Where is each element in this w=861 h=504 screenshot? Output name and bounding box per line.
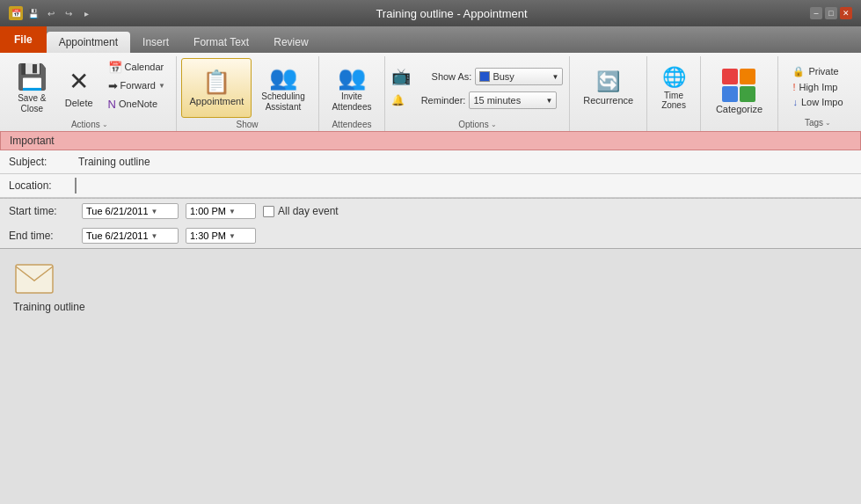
scheduling-assistant-button[interactable]: 👥 SchedulingAssistant xyxy=(253,58,312,118)
redo-btn[interactable]: ↪ xyxy=(62,6,76,20)
category-colors xyxy=(722,69,755,102)
appointment-button[interactable]: 📋 Appointment xyxy=(181,58,252,118)
svg-rect-0 xyxy=(16,265,53,293)
body-area[interactable]: Training outline xyxy=(0,248,861,504)
recurrence-group: 🔄 Recurrence xyxy=(570,56,647,131)
actions-footer: Actions ⌄ xyxy=(9,120,171,131)
cat-orange xyxy=(740,69,755,84)
subject-input[interactable] xyxy=(75,154,852,170)
show-footer: Show xyxy=(182,120,313,131)
end-time-row: End time: Tue 6/21/2011 ▼ 1:30 PM ▼ xyxy=(0,223,861,248)
cat-blue xyxy=(722,86,738,102)
categorize-group: Categorize xyxy=(701,56,778,131)
title-bar: 📅 💾 ↩ ↪ ▸ Training outline - Appointment… xyxy=(0,0,861,26)
minimize-btn[interactable]: – xyxy=(810,7,822,19)
show-as-arrow: ▼ xyxy=(551,73,558,81)
save-icon: 💾 xyxy=(17,62,47,91)
appointment-icon: 📋 xyxy=(202,69,230,96)
high-importance-button[interactable]: ! High Imp xyxy=(790,81,845,93)
restore-btn[interactable]: □ xyxy=(825,7,837,19)
private-button[interactable]: 🔒 Private xyxy=(790,65,845,78)
actions-expand[interactable]: ⌄ xyxy=(102,121,108,128)
timezones-icon: 🌐 xyxy=(662,66,686,89)
undo-btn[interactable]: ↩ xyxy=(44,6,58,20)
lock-icon: 🔒 xyxy=(792,66,805,77)
actions-group: 💾 Save &Close ✕ Delete 📅 Calendar ➡ Forw… xyxy=(4,56,177,131)
invite-icon: 👥 xyxy=(338,64,366,91)
forward-icon: ➡ xyxy=(108,79,118,92)
delete-button[interactable]: ✕ Delete xyxy=(57,58,101,118)
start-date-arrow: ▼ xyxy=(151,208,158,215)
time-zones-button[interactable]: 🌐 TimeZones xyxy=(653,58,695,118)
end-date-arrow: ▼ xyxy=(151,232,158,240)
save-close-button[interactable]: 💾 Save &Close xyxy=(9,58,55,118)
options-expand[interactable]: ⌄ xyxy=(491,121,497,128)
cat-green xyxy=(740,86,755,102)
ribbon: 💾 Save &Close ✕ Delete 📅 Calendar ➡ Forw… xyxy=(0,53,861,131)
end-time-picker[interactable]: 1:30 PM ▼ xyxy=(186,228,256,244)
subject-label: Subject: xyxy=(9,156,75,168)
window-controls: – □ ✕ xyxy=(810,7,852,19)
subject-row: Subject: xyxy=(0,150,861,174)
tags-expand[interactable]: ⌄ xyxy=(825,119,831,127)
end-date-picker[interactable]: Tue 6/21/2011 ▼ xyxy=(82,228,179,244)
show-as-icon: 📺 xyxy=(391,67,411,86)
delete-icon: ✕ xyxy=(69,67,89,96)
ribbon-tab-bar: File Appointment Insert Format Text Revi… xyxy=(0,26,861,53)
show-as-row: 📺 Show As: Busy ▼ xyxy=(391,67,563,86)
calendar-button[interactable]: 📅 Calendar xyxy=(103,58,171,76)
end-time-label: End time: xyxy=(9,230,75,242)
location-label: Location: xyxy=(9,179,75,192)
start-time-picker[interactable]: 1:00 PM ▼ xyxy=(186,203,256,219)
onenote-icon: N xyxy=(108,98,116,111)
tab-file[interactable]: File xyxy=(0,26,47,53)
save-quick-btn[interactable]: 💾 xyxy=(26,6,40,20)
start-time-arrow: ▼ xyxy=(229,208,236,215)
start-date-picker[interactable]: Tue 6/21/2011 ▼ xyxy=(82,203,179,219)
app-icon: 📅 xyxy=(9,6,23,20)
cat-red xyxy=(722,69,738,84)
attachment-label: Training outline xyxy=(13,301,85,313)
options-footer: Options ⌄ xyxy=(390,120,564,131)
email-svg xyxy=(15,264,54,294)
location-input[interactable] xyxy=(75,178,852,194)
recurrence-button[interactable]: 🔄 Recurrence xyxy=(575,58,641,118)
main-area: Important Subject: Location: Start time:… xyxy=(0,131,861,504)
all-day-checkbox[interactable] xyxy=(263,206,274,217)
low-importance-button[interactable]: ↓ Low Impo xyxy=(790,96,845,108)
actions-small-buttons: 📅 Calendar ➡ Forward ▼ N OneNote xyxy=(103,58,171,113)
start-time-label: Start time: xyxy=(9,205,75,217)
tab-insert[interactable]: Insert xyxy=(130,32,181,53)
tab-format-text[interactable]: Format Text xyxy=(181,32,261,53)
all-day-option: All day event xyxy=(263,205,339,217)
quick-access-toolbar: 📅 💾 ↩ ↪ ▸ xyxy=(9,6,93,20)
close-btn[interactable]: ✕ xyxy=(840,7,852,19)
options-controls: 📺 Show As: Busy ▼ 🔔 Reminder: 15 minutes… xyxy=(391,58,563,118)
actions-buttons: 💾 Save &Close ✕ Delete 📅 Calendar ➡ Forw… xyxy=(9,58,171,118)
show-as-dropdown[interactable]: Busy ▼ xyxy=(475,68,563,85)
low-imp-icon: ↓ xyxy=(792,97,798,107)
attachment-icon xyxy=(13,262,55,296)
more-btn[interactable]: ▸ xyxy=(79,6,93,20)
onenote-button[interactable]: N OneNote xyxy=(103,95,171,113)
categorize-button[interactable]: Categorize xyxy=(708,64,770,119)
options-group: 📺 Show As: Busy ▼ 🔔 Reminder: 15 minutes… xyxy=(385,56,570,131)
calendar-icon: 📅 xyxy=(108,61,122,74)
forward-button[interactable]: ➡ Forward ▼ xyxy=(103,77,171,94)
high-imp-icon: ! xyxy=(792,82,795,92)
location-row: Location: xyxy=(0,174,861,198)
invite-attendees-button[interactable]: 👥 InviteAttendees xyxy=(324,58,379,118)
scheduling-icon: 👥 xyxy=(269,64,297,91)
important-bar: Important xyxy=(0,131,861,150)
show-group: 📋 Appointment 👥 SchedulingAssistant Show xyxy=(177,56,319,131)
attendees-footer: Attendees xyxy=(325,120,380,131)
reminder-dropdown[interactable]: 15 minutes ▼ xyxy=(469,91,557,109)
start-time-row: Start time: Tue 6/21/2011 ▼ 1:00 PM ▼ Al… xyxy=(0,199,861,223)
window-title: Training outline - Appointment xyxy=(376,7,527,20)
attendees-group: 👥 InviteAttendees Attendees xyxy=(319,56,386,131)
tab-appointment[interactable]: Appointment xyxy=(47,32,130,53)
tags-group: 🔒 Private ! High Imp ↓ Low Impo Tags ⌄ xyxy=(778,56,857,131)
show-buttons: 📋 Appointment 👥 SchedulingAssistant xyxy=(181,58,312,118)
timezones-group: 🌐 TimeZones xyxy=(647,56,701,131)
tab-review[interactable]: Review xyxy=(261,32,320,53)
